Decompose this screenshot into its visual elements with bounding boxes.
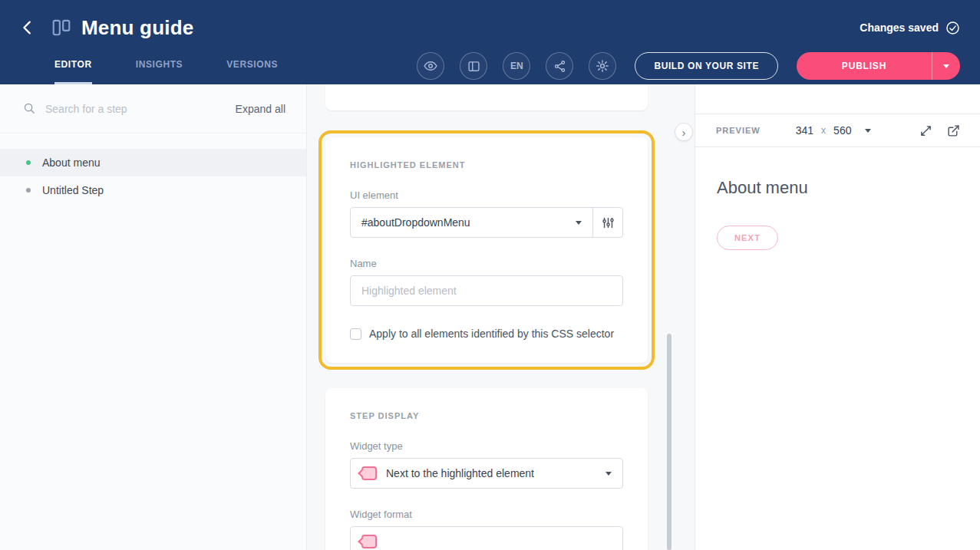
share-icon — [553, 60, 566, 73]
preview-header-actions — [917, 122, 962, 139]
publish-dropdown-button[interactable] — [932, 52, 960, 80]
step-search-row: Expand all — [0, 84, 306, 133]
ui-element-select[interactable]: #aboutDropdownMenu — [350, 207, 593, 238]
search-input[interactable] — [45, 103, 226, 115]
widget-type-label: Widget type — [350, 440, 623, 452]
layout-button[interactable] — [460, 52, 487, 80]
editor-scrollbar-thumb[interactable] — [667, 334, 671, 550]
top-header: Menu guide Changes saved EDITOR INSIGHTS… — [0, 0, 980, 84]
section-title: HIGHLIGHTED ELEMENT — [350, 160, 623, 170]
expand-all-link[interactable]: Expand all — [236, 103, 285, 115]
steps-sidebar: Expand all About menu Untitled Step — [0, 84, 307, 550]
step-item-label: Untitled Step — [42, 184, 104, 196]
changes-saved-label: Changes saved — [860, 21, 939, 34]
widget-type-select[interactable]: Next to the highlighted element — [350, 458, 623, 489]
tooltip-widget-icon — [361, 466, 377, 480]
preview-label: PREVIEW — [716, 126, 761, 135]
chevron-down-icon — [605, 472, 612, 476]
ui-element-value: #aboutDropdownMenu — [361, 216, 576, 229]
tab-versions[interactable]: VERSIONS — [226, 48, 278, 84]
app-logo-icon — [51, 18, 72, 38]
sliders-icon — [602, 216, 615, 229]
step-item-label: About menu — [42, 156, 101, 169]
editor-panel: HIGHLIGHTED ELEMENT UI element #aboutDro… — [307, 84, 695, 550]
apply-all-label: Apply to all elements identified by this… — [369, 328, 614, 340]
header-actions: EN BUILD ON YOUR SITE PUBLISH — [417, 52, 960, 80]
widget-format-label: Widget format — [350, 509, 623, 520]
element-name-input[interactable] — [350, 275, 623, 306]
widget-type-value: Next to the highlighted element — [386, 467, 605, 479]
changes-saved-status: Changes saved — [860, 21, 960, 35]
dimension-separator: x — [821, 125, 826, 136]
step-item-about-menu[interactable]: About menu — [0, 149, 306, 176]
header-tabs: EDITOR INSIGHTS VERSIONS — [54, 48, 278, 84]
language-button[interactable]: EN — [503, 52, 530, 80]
settings-button[interactable] — [589, 52, 616, 80]
publish-button[interactable]: PUBLISH — [797, 52, 932, 80]
highlighted-element-card: HIGHLIGHTED ELEMENT UI element #aboutDro… — [325, 137, 648, 363]
preview-content: About menu NEXT — [695, 147, 980, 281]
step-status-dot — [26, 188, 31, 193]
apply-all-row[interactable]: Apply to all elements identified by this… — [350, 328, 623, 340]
previous-settings-card-partial — [325, 84, 648, 110]
element-advanced-settings-button[interactable] — [592, 207, 623, 238]
preview-header: PREVIEW 341 x 560 — [695, 114, 980, 147]
back-button[interactable] — [17, 17, 38, 38]
ui-element-row: #aboutDropdownMenu — [350, 207, 623, 238]
tab-insights[interactable]: INSIGHTS — [136, 48, 183, 84]
publish-button-group: PUBLISH — [797, 52, 960, 80]
language-label: EN — [510, 61, 523, 71]
chevron-down-icon — [576, 221, 582, 225]
preview-height-value: 560 — [833, 124, 851, 137]
preview-next-button[interactable]: NEXT — [717, 226, 778, 250]
header-toolbar-row: EDITOR INSIGHTS VERSIONS EN — [0, 48, 980, 84]
main-body: Expand all About menu Untitled Step HIGH… — [0, 84, 980, 550]
app-root: Menu guide Changes saved EDITOR INSIGHTS… — [0, 0, 980, 550]
preview-dimensions-dropdown[interactable]: 341 x 560 — [796, 124, 872, 137]
chevron-left-icon — [19, 19, 36, 36]
widget-format-select[interactable] — [350, 526, 623, 550]
check-circle-icon — [945, 21, 960, 35]
collapse-preview-button[interactable]: › — [675, 123, 693, 141]
chevron-down-icon — [865, 129, 871, 133]
apply-all-checkbox[interactable] — [350, 328, 361, 340]
tab-editor[interactable]: EDITOR — [54, 48, 92, 84]
layout-icon — [467, 60, 480, 73]
step-status-dot — [26, 160, 31, 165]
preview-width-value: 341 — [796, 124, 813, 137]
build-on-your-site-button[interactable]: BUILD ON YOUR SITE — [635, 52, 778, 80]
header-title-row: Menu guide Changes saved — [0, 0, 980, 48]
open-in-new-tab-button[interactable] — [945, 122, 962, 139]
search-icon — [23, 102, 36, 115]
preview-step-title: About menu — [717, 178, 959, 198]
expand-icon — [919, 124, 932, 137]
step-list: About menu Untitled Step — [0, 133, 306, 204]
preview-eye-button[interactable] — [417, 52, 444, 80]
chevron-down-icon — [943, 64, 949, 68]
name-label: Name — [350, 258, 623, 269]
share-button[interactable] — [546, 52, 573, 80]
expand-preview-button[interactable] — [917, 122, 934, 139]
external-link-icon — [947, 124, 960, 137]
eye-icon — [424, 59, 437, 73]
ui-element-label: UI element — [350, 189, 623, 201]
highlighted-card-ring: HIGHLIGHTED ELEMENT UI element #aboutDro… — [318, 130, 655, 370]
step-item-untitled-step[interactable]: Untitled Step — [0, 176, 306, 204]
section-title: STEP DISPLAY — [350, 411, 623, 420]
tooltip-widget-icon — [361, 535, 377, 548]
step-display-card: STEP DISPLAY Widget type Next to the hig… — [325, 388, 648, 550]
gear-icon — [596, 59, 609, 73]
page-title: Menu guide — [81, 16, 193, 40]
preview-panel: PREVIEW 341 x 560 About menu — [695, 84, 980, 550]
